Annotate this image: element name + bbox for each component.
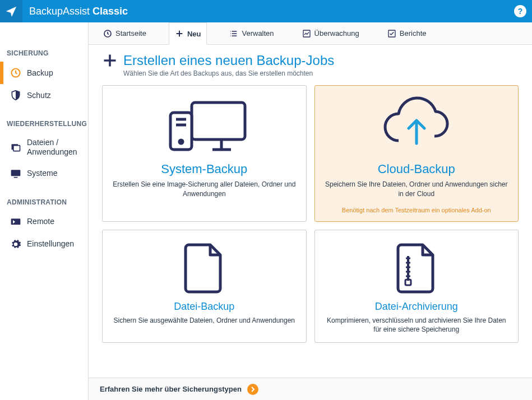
card-system-backup[interactable]: System-Backup Erstellen Sie eine Image-S… [102,85,307,222]
sidebar-item-backup[interactable]: Backup [0,62,88,84]
app-logo [0,0,22,22]
sidebar-item-label: Remote [27,217,54,226]
sidebar-item-systeme[interactable]: Systeme [0,162,88,185]
remote-icon [10,216,21,227]
check-icon [387,29,396,38]
clock-icon [103,29,112,38]
footer-text: Erfahren Sie mehr über Sicherungstypen [100,385,242,393]
tab-label: Neu [187,30,201,38]
content: Erstellen eines neuen Backup-Jobs Wählen… [89,45,532,378]
chart-icon [302,29,311,38]
svg-rect-4 [14,176,18,178]
svg-rect-5 [11,218,21,225]
cards-row-2: Datei-Backup Sichern Sie ausgewählte Dat… [102,230,519,343]
card-file-archive[interactable]: Datei-Archivierung Komprimieren, verschl… [314,230,519,343]
sidebar-section-sicherung: SICHERUNG [0,32,88,62]
sidebar-section-wiederherstellung: WIEDERHERSTELLUNG [0,106,88,132]
card-note: Benötigt nach dem Testzeitraum ein optio… [342,207,491,213]
file-archive-icon [391,240,442,296]
main: Startseite Neu Verwalten Überwachung Ber… [89,22,532,400]
svg-rect-9 [192,103,245,139]
plus-icon [175,29,184,38]
list-icon [229,29,238,38]
svg-rect-2 [13,145,20,151]
card-desc: Erstellen Sie eine Image-Sicherung aller… [112,180,297,199]
svg-rect-16 [405,280,411,285]
page-subtitle: Wählen Sie die Art des Backups aus, das … [123,69,334,77]
sidebar-item-label: Systeme [27,169,57,178]
svg-point-15 [179,140,183,143]
tab-verwalten[interactable]: Verwalten [224,22,279,44]
card-desc: Sichern Sie ausgewählte Dateien, Ordner … [113,316,295,325]
sidebar-item-einstellungen[interactable]: Einstellungen [0,233,88,255]
title-bar: BackupAssist Classic ? [0,0,532,22]
tab-label: Startseite [115,29,146,38]
clock-icon [10,67,21,78]
sidebar-item-label: Backup [27,68,53,78]
gear-icon [10,239,21,250]
tab-neu[interactable]: Neu [169,22,207,45]
card-title: Datei-Archivierung [375,301,458,313]
svg-rect-3 [11,170,21,176]
card-title: Datei-Backup [174,301,234,313]
sidebar: SICHERUNG Backup Schutz WIEDERHERSTELLUN… [0,22,89,400]
cloud-backup-icon [372,96,461,157]
footer-bar[interactable]: Erfahren Sie mehr über Sicherungstypen [89,378,532,400]
card-desc: Speichern Sie Ihre Dateien, Ordner und A… [324,180,510,199]
system-backup-icon [159,96,249,157]
page-header: Erstellen eines neuen Backup-Jobs Wählen… [102,53,519,77]
card-file-backup[interactable]: Datei-Backup Sichern Sie ausgewählte Dat… [102,230,307,343]
tab-ueberwachung[interactable]: Überwachung [297,22,365,44]
tab-label: Verwalten [242,29,274,38]
app-title-light: BackupAssist [29,6,92,17]
app-title-bold: Classic [92,6,128,17]
tab-berichte[interactable]: Berichte [382,22,432,44]
card-title: System-Backup [161,162,247,176]
monitor-icon [10,168,21,179]
plus-icon [102,53,118,68]
card-cloud-backup[interactable]: Cloud-Backup Speichern Sie Ihre Dateien,… [314,85,519,222]
card-desc: Komprimieren, verschlüsseln und archivie… [324,316,510,335]
sidebar-item-dateien[interactable]: Dateien / Anwendungen [0,132,88,162]
top-tabs: Startseite Neu Verwalten Überwachung Ber… [89,22,532,45]
help-button[interactable]: ? [514,5,526,17]
page-title: Erstellen eines neuen Backup-Jobs [123,53,334,68]
tab-startseite[interactable]: Startseite [98,22,152,44]
shield-icon [10,90,21,101]
sidebar-item-label: Dateien / Anwendungen [27,138,81,157]
app-title: BackupAssist Classic [29,6,128,17]
file-backup-icon [179,240,229,296]
arrow-right-icon [247,384,258,395]
tab-label: Berichte [400,29,427,38]
cards-row-1: System-Backup Erstellen Sie eine Image-S… [102,85,519,222]
sidebar-item-remote[interactable]: Remote [0,211,88,233]
sidebar-item-label: Schutz [27,91,51,100]
sidebar-item-schutz[interactable]: Schutz [0,84,88,106]
files-icon [10,142,21,153]
sidebar-item-label: Einstellungen [27,239,74,249]
card-title: Cloud-Backup [378,162,455,176]
plane-icon [5,5,17,17]
sidebar-section-administration: ADMINISTRATION [0,185,88,211]
tab-label: Überwachung [314,29,359,38]
